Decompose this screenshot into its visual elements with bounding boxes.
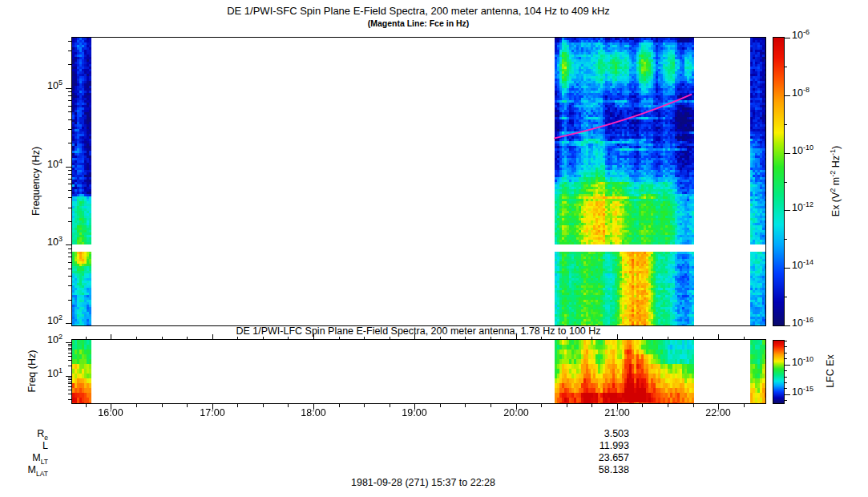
x-minor-tick-upper bbox=[567, 337, 567, 340]
sfc-y-minor-tick bbox=[68, 64, 72, 65]
sfc-colorbar-minor-tick bbox=[784, 182, 787, 183]
x-minor-tick bbox=[364, 404, 365, 407]
x-major-tick-upper bbox=[718, 334, 719, 340]
lfc-colorbar-minor-tick bbox=[784, 353, 787, 354]
lfc-colorbar-tick-label: 10-10 bbox=[792, 358, 840, 369]
x-tick-label: 20:00 bbox=[492, 408, 540, 419]
sfc-y-minor-tick bbox=[68, 95, 72, 96]
x-major-tick-upper bbox=[313, 334, 314, 340]
lfc-y-minor-tick bbox=[68, 348, 72, 349]
x-minor-tick bbox=[339, 404, 340, 407]
lfc-colorbar bbox=[773, 341, 784, 403]
x-minor-tick-upper bbox=[642, 337, 643, 340]
lfc-colorbar-major-tick bbox=[784, 365, 790, 366]
sfc-y-minor-tick bbox=[68, 170, 72, 171]
lfc-y-minor-tick bbox=[68, 383, 72, 384]
x-minor-tick-upper bbox=[136, 337, 137, 340]
lfc-y-minor-tick bbox=[68, 345, 72, 346]
sfc-y-tick-label: 104 bbox=[24, 160, 63, 171]
sfc-colorbar-minor-tick bbox=[784, 297, 787, 297]
lfc-y-minor-tick bbox=[68, 344, 72, 345]
x-minor-tick-upper bbox=[591, 337, 592, 340]
lfc-y-minor-tick bbox=[68, 356, 72, 357]
lfc-y-major-tick bbox=[66, 342, 72, 343]
lfc-y-major-tick bbox=[66, 376, 72, 377]
x-major-tick-upper bbox=[212, 334, 213, 340]
sfc-colorbar-tick-label: 10-6 bbox=[792, 30, 840, 42]
ephemeris-label-re: Re bbox=[16, 429, 48, 440]
x-minor-tick bbox=[541, 404, 542, 407]
sfc-y-axis-label: Frequency (Hz) bbox=[31, 147, 42, 216]
sfc-y-minor-tick bbox=[68, 221, 72, 222]
ephemeris-value: 3.503 bbox=[549, 429, 629, 440]
lfc-y-minor-tick bbox=[68, 378, 72, 378]
x-minor-tick-upper bbox=[693, 337, 694, 340]
x-minor-tick-upper bbox=[187, 337, 188, 340]
sfc-y-minor-tick bbox=[68, 184, 72, 184]
sfc-y-tick-label: 103 bbox=[24, 237, 63, 248]
x-minor-tick bbox=[136, 404, 137, 407]
lfc-y-minor-tick bbox=[68, 394, 72, 394]
sfc-y-minor-tick bbox=[68, 197, 72, 198]
lfc-colorbar-tick-label: 10-15 bbox=[792, 387, 840, 398]
lfc-y-minor-tick bbox=[68, 386, 72, 387]
sfc-y-minor-tick bbox=[68, 41, 72, 42]
sfc-colorbar-tick-label: 10-10 bbox=[792, 146, 840, 157]
x-minor-tick-upper bbox=[237, 337, 238, 340]
sfc-y-minor-tick bbox=[68, 269, 72, 269]
x-minor-tick-upper bbox=[390, 337, 390, 340]
x-major-tick-upper bbox=[617, 334, 618, 340]
ephemeris-value: 58.138 bbox=[549, 465, 629, 476]
lfc-plot-title: DE 1/PWI-LFC Spin Plane E-Field Spectra,… bbox=[236, 326, 600, 337]
sfc-y-minor-tick bbox=[68, 257, 72, 257]
x-minor-tick-upper bbox=[744, 337, 745, 340]
x-minor-tick bbox=[237, 404, 238, 407]
sfc-y-minor-tick bbox=[68, 208, 72, 208]
x-minor-tick-upper bbox=[339, 337, 340, 340]
sfc-spectrogram-canvas bbox=[72, 38, 765, 325]
lfc-y-minor-tick bbox=[68, 360, 72, 361]
lfc-y-minor-tick bbox=[68, 353, 72, 354]
footer-timerange: 1981-09-28 (271) 15:37 to 22:28 bbox=[351, 478, 495, 489]
sfc-plot-subtitle: (Magenta Line: Fce in Hz) bbox=[368, 19, 470, 29]
sfc-y-minor-tick bbox=[68, 91, 72, 92]
sfc-colorbar-tick-label: 10-16 bbox=[792, 318, 840, 329]
sfc-colorbar-tick-label: 10-14 bbox=[792, 261, 840, 272]
x-minor-tick-upper bbox=[263, 337, 264, 340]
figure-root: DE 1/PWI-SFC Spin Plane E-Field Spectra,… bbox=[0, 0, 868, 497]
sfc-y-minor-tick bbox=[68, 111, 72, 112]
x-minor-tick bbox=[288, 404, 289, 407]
sfc-y-minor-tick bbox=[68, 276, 72, 277]
x-minor-tick-upper bbox=[491, 337, 491, 340]
sfc-colorbar-major-tick bbox=[784, 325, 790, 326]
sfc-colorbar-major-tick bbox=[784, 95, 790, 96]
x-minor-tick-upper bbox=[668, 337, 668, 340]
sfc-y-minor-tick bbox=[68, 190, 72, 191]
sfc-colorbar-minor-tick bbox=[784, 124, 787, 125]
ephemeris-value: 11.993 bbox=[549, 441, 629, 452]
lfc-colorbar-minor-tick bbox=[784, 388, 787, 389]
sfc-colorbar-major-tick bbox=[784, 38, 790, 38]
x-minor-tick-upper bbox=[288, 337, 289, 340]
x-tick-label: 19:00 bbox=[390, 408, 438, 419]
lfc-colorbar-minor-tick bbox=[784, 346, 787, 347]
ephemeris-label-l: L bbox=[16, 441, 48, 452]
lfc-colorbar-minor-tick bbox=[784, 370, 787, 371]
x-tick-label: 22:00 bbox=[694, 408, 742, 419]
x-minor-tick-upper bbox=[86, 337, 87, 340]
sfc-y-major-tick bbox=[66, 244, 72, 245]
x-minor-tick bbox=[744, 404, 745, 407]
sfc-y-minor-tick bbox=[68, 100, 72, 101]
x-tick-label: 16:00 bbox=[87, 408, 135, 419]
lfc-y-minor-tick bbox=[68, 366, 72, 366]
sfc-y-minor-tick bbox=[68, 285, 72, 286]
x-minor-tick-upper bbox=[541, 337, 542, 340]
x-minor-tick bbox=[567, 404, 567, 407]
sfc-y-minor-tick bbox=[68, 248, 72, 249]
x-tick-label: 18:00 bbox=[289, 408, 337, 419]
sfc-y-minor-tick bbox=[68, 179, 72, 180]
sfc-y-major-tick bbox=[66, 88, 72, 89]
sfc-y-minor-tick bbox=[68, 262, 72, 263]
sfc-colorbar-tick-label: 10-12 bbox=[792, 203, 840, 214]
x-minor-tick bbox=[642, 404, 643, 407]
